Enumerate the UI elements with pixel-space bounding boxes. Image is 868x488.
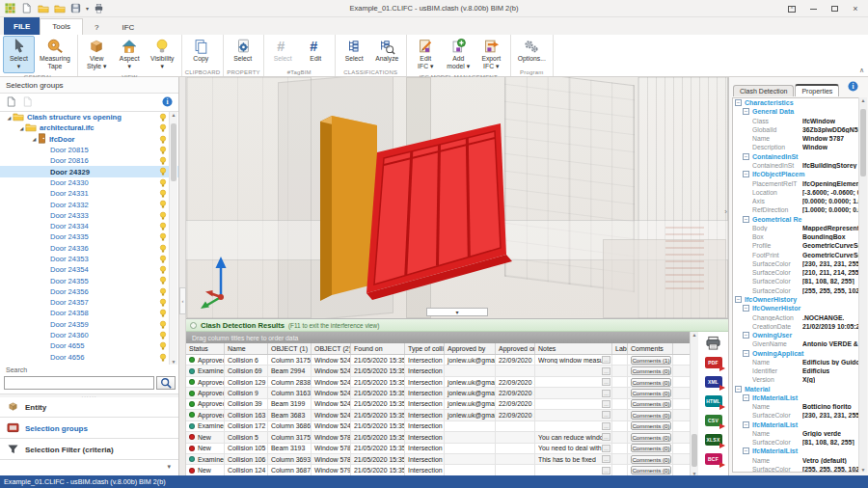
column-header-label[interactable]: Label [612,343,628,354]
tree-item-door-24358[interactable]: Door 24358 [0,308,178,318]
collapse-left-handle[interactable]: ‹ [179,287,186,314]
nav-selection-filter-criteria-[interactable]: Selection Filter (criteria) [0,440,178,460]
comments-button[interactable]: Comments (0) [631,444,671,452]
notes-edit-button[interactable]: … [602,400,610,408]
nav-entity[interactable]: Entity [0,397,178,418]
comments-button[interactable]: Comments (0) [631,389,671,397]
info-icon[interactable]: i [162,96,173,109]
3d-viewport[interactable]: ▾ › [186,77,728,318]
column-header-approved-on[interactable]: Approved on [496,343,535,354]
minimize-button[interactable] [802,1,824,16]
add-model-button[interactable]: Add model ▾ [443,36,475,73]
tree-item-door-24354[interactable]: Door 24354 [0,264,178,275]
tree-item-door-24355[interactable]: Door 24355 [0,275,178,285]
comments-button[interactable]: Comments (0) [631,366,671,375]
tree-item-door-20816[interactable]: Door 20816 [0,155,178,166]
clashing-window[interactable] [366,123,512,300]
notes-edit-button[interactable]: … [602,422,610,430]
column-drag-bar[interactable]: Drag column titles here to order data [186,332,690,343]
tree-item-door-24359[interactable]: Door 24359 [0,319,178,330]
tree-item-door-24334[interactable]: Door 24334 [0,221,178,231]
search-input[interactable] [4,376,154,390]
property-section-ifcmateriallist[interactable]: −IfcMaterialList [733,393,859,402]
visibility-bulb-icon[interactable] [159,353,167,365]
column-header-approved-by[interactable]: Approved by [445,343,496,354]
export-pdf-button[interactable]: PDF [704,355,723,369]
search-button[interactable] [156,376,176,390]
result-row-collision-106[interactable]: ExaminedCollision 106Column 3693Window 5… [186,454,690,465]
result-row-collision-129[interactable]: ApprovedCollision 129Column 2838Window 5… [186,377,690,388]
notes-edit-button[interactable]: … [602,467,610,474]
new-file-icon[interactable] [20,2,33,14]
collapse-section-icon[interactable]: − [743,108,749,115]
comments-button[interactable]: Comments (0) [631,455,671,464]
notes-edit-button[interactable]: … [602,390,610,397]
tree-item-door-4656[interactable]: Door 4656 [0,352,178,363]
results-scrollbar[interactable]: ▲▼ [690,332,698,476]
tree-item-door-24356[interactable]: Door 24356 [0,286,178,297]
comments-button[interactable]: Comments (0) [631,421,671,430]
property-section-general-data[interactable]: −General Data [733,107,859,116]
ribbon-tab-file[interactable]: FILE [4,17,40,35]
collapse-section-icon[interactable]: − [743,394,749,401]
export-ifc-button[interactable]: Export IFC ▾ [475,36,507,73]
property-select-button[interactable]: Select [227,36,258,65]
property-section-material[interactable]: −Material [733,385,859,393]
notes-edit-button[interactable]: … [602,356,610,364]
expand-arrow-icon[interactable]: ◢ [18,125,25,131]
tab-properties[interactable]: Properties [795,84,839,96]
collapse-section-icon[interactable]: − [743,350,749,357]
copy-button[interactable]: Copy [185,36,217,65]
comments-button[interactable]: Comments (0) [631,378,671,387]
ribbon-tab-tools[interactable]: Tools [40,18,83,35]
nav-collapse-icon[interactable]: ▾ [167,463,171,471]
tree-item-door-24360[interactable]: Door 24360 [0,330,178,340]
hash-button[interactable]: #Edit [300,36,332,65]
result-row-collision-163[interactable]: ApprovedCollision 163Beam 3683Window 524… [186,410,690,420]
hash-gray-button[interactable]: #Select [267,36,299,65]
export-csv-button[interactable]: CSV [704,413,723,427]
notes-edit-button[interactable]: … [602,445,610,452]
column-header-name[interactable]: Name [225,343,268,354]
tree-scrollbar[interactable]: ▲▼ [169,112,177,365]
comments-button[interactable]: Comments (0) [631,433,671,442]
result-row-collision-105[interactable]: NewCollision 105Beam 3193Window 578721/0… [186,444,690,454]
print-quick-icon[interactable] [93,2,105,14]
property-section-characteristics[interactable]: −Characteristics [733,98,859,107]
expand-right-handle[interactable]: › [724,207,727,216]
collapse-section-icon[interactable]: − [743,421,749,428]
column-header-object-2-[interactable]: OBJECT (2) ▲ [312,343,351,354]
notes-edit-button[interactable]: … [602,378,610,386]
property-section-owningapplicat[interactable]: −OwningApplicat [733,348,859,357]
column-header-type-of-collision[interactable]: Type of collision [405,343,445,354]
expand-arrow-icon[interactable]: ◢ [6,115,13,121]
maximize-button[interactable] [824,1,845,16]
column-header-comments[interactable]: Comments [628,343,673,354]
column-header-object-1-[interactable]: OBJECT (1) [268,343,312,354]
viewport-splitter-slider[interactable]: ▾ [426,308,488,316]
property-section-owninguser[interactable]: −OwningUser [733,331,859,339]
close-button[interactable]: × [845,1,866,16]
tree-item-door-24335[interactable]: Door 24335 [0,231,178,242]
pointer-button[interactable]: Select ▾ [3,36,35,73]
save-icon[interactable] [69,2,82,14]
column-header-notes[interactable]: Notes [535,343,612,354]
result-row-collision-6[interactable]: ApprovedCollision 6Column 3175Window 524… [186,355,690,366]
comments-button[interactable]: Comments (0) [631,399,671,408]
tab-clash-detection[interactable]: Clash Detection [733,85,794,96]
property-section-ifcownerhistor[interactable]: −IfcOwnerHistor [733,304,859,312]
collapse-section-icon[interactable]: − [743,153,749,160]
result-row-collision-9[interactable]: ApprovedCollision 9Column 3163Window 524… [186,388,690,398]
property-section-ifcmateriallist[interactable]: −IfcMaterialList [733,447,859,455]
tree-item-door-24336[interactable]: Door 24336 [0,243,178,254]
measuring-tape-button[interactable]: Measuring Tape [36,36,74,73]
result-row-collision-172[interactable]: ExaminedCollision 172Column 3686Window 5… [186,421,690,432]
properties-scrollbar[interactable]: ▲▼ [858,97,867,473]
tree-item-door-4655[interactable]: Door 4655 [0,340,178,351]
column-header-status[interactable]: Status [186,343,225,354]
tree-item-door-20815[interactable]: Door 20815 [0,145,178,155]
gears-button[interactable]: Options... [514,36,550,65]
tree-item-ifcdoor[interactable]: ◢IfcDoor [0,134,178,145]
comments-button[interactable]: Comments (1) [631,356,671,365]
collapse-section-icon[interactable]: − [743,216,749,223]
